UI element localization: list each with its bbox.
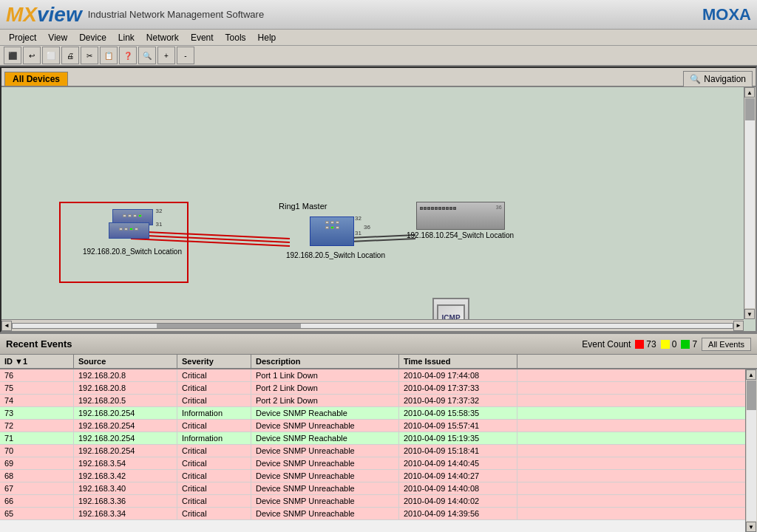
cell-time: 2010-04-09 15:18:41	[399, 445, 517, 457]
toolbar-btn-4[interactable]: 🖨	[61, 47, 79, 64]
table-row[interactable]: 66 192.168.3.36 Critical Device SNMP Unr…	[0, 495, 745, 508]
cell-severity: Critical	[177, 470, 251, 482]
table-row[interactable]: 70 192.168.20.254 Critical Device SNMP U…	[0, 445, 745, 457]
col-header-severity: Severity	[177, 355, 251, 368]
menu-link[interactable]: Link	[112, 31, 140, 44]
rows-container: 76 192.168.20.8 Critical Port 1 Link Dow…	[0, 369, 745, 520]
cell-description: Device SNMP Unreachable	[251, 508, 399, 519]
cell-source: 192.168.20.8	[74, 369, 177, 381]
toolbar-btn-3[interactable]: ⬜	[42, 47, 60, 64]
cell-id: 72	[0, 420, 74, 432]
cell-severity: Critical	[177, 495, 251, 507]
hscroll-thumb[interactable]	[157, 324, 301, 328]
cell-source: 192.168.3.36	[74, 495, 177, 507]
table-row[interactable]: 65 192.168.3.34 Critical Device SNMP Unr…	[0, 508, 745, 520]
toolbar-btn-7[interactable]: ❓	[119, 47, 137, 64]
network-vscroll[interactable]: ▲ ▼	[744, 87, 756, 319]
switch3-icon: 36	[416, 202, 505, 230]
vscroll-thumb[interactable]	[745, 98, 755, 120]
cell-severity: Information	[177, 407, 251, 419]
cell-time: 2010-04-09 17:37:33	[399, 382, 517, 394]
events-vscroll[interactable]: ▲ ▼	[745, 369, 757, 532]
cell-description: Device SNMP Unreachable	[251, 420, 399, 432]
toolbar-btn-9[interactable]: +	[157, 47, 175, 64]
green-count: 7	[692, 339, 697, 349]
icmp-icon: ICMP	[432, 298, 469, 319]
cell-source: 192.168.3.34	[74, 508, 177, 519]
device-switch2[interactable]: 32 31 36 192.168.20.5_Switch Location	[286, 216, 385, 259]
main-area: All Devices 🔍 Navigation	[0, 66, 757, 532]
device-switch3[interactable]: 36 192.168.10.254_Switch Locati	[407, 202, 514, 239]
menu-view[interactable]: View	[42, 31, 73, 44]
cell-source: 192.168.3.40	[74, 482, 177, 494]
table-row[interactable]: 76 192.168.20.8 Critical Port 1 Link Dow…	[0, 369, 745, 382]
table-row[interactable]: 72 192.168.20.254 Critical Device SNMP U…	[0, 420, 745, 432]
tab-all-devices[interactable]: All Devices	[4, 72, 68, 86]
app-logo: MXview Industrial Network Management Sof…	[6, 3, 264, 27]
events-vscroll-thumb[interactable]	[747, 381, 756, 410]
table-row[interactable]: 74 192.168.20.5 Critical Port 2 Link Dow…	[0, 395, 745, 407]
menu-event[interactable]: Event	[185, 31, 220, 44]
toolbar-btn-1[interactable]: ⬛	[4, 47, 21, 64]
events-table: ID ▼1 Source Severity Description Time I…	[0, 355, 757, 532]
cell-description: Device SNMP Unreachable	[251, 457, 399, 469]
cell-severity: Critical	[177, 508, 251, 519]
cell-description: Port 2 Link Down	[251, 395, 399, 406]
menu-device[interactable]: Device	[73, 31, 112, 44]
cell-id: 70	[0, 445, 74, 457]
table-row[interactable]: 73 192.168.20.254 Information Device SNM…	[0, 407, 745, 420]
cell-id: 69	[0, 457, 74, 469]
yellow-count: 0	[672, 339, 677, 349]
table-row[interactable]: 75 192.168.20.8 Critical Port 2 Link Dow…	[0, 382, 745, 395]
device-icmp[interactable]: ICMP 192.168.10.16_806	[419, 298, 483, 319]
all-events-button[interactable]: All Events	[702, 338, 751, 351]
vscroll-down[interactable]: ▼	[744, 309, 755, 319]
col-header-time: Time Issued	[399, 355, 517, 368]
vscroll-track	[745, 98, 755, 308]
mx-logo-text: MXview	[6, 3, 82, 27]
cell-id: 71	[0, 432, 74, 444]
cell-time: 2010-04-09 14:40:02	[399, 495, 517, 507]
menu-help[interactable]: Help	[252, 31, 282, 44]
network-hscroll[interactable]: ◄ ►	[1, 319, 744, 331]
switch2-label: 192.168.20.5_Switch Location	[286, 251, 385, 259]
cell-severity: Critical	[177, 382, 251, 394]
table-row[interactable]: 69 192.168.3.54 Critical Device SNMP Unr…	[0, 457, 745, 470]
col-header-id: ID ▼1	[0, 355, 74, 368]
cell-source: 192.168.20.254	[74, 407, 177, 419]
device-switch1[interactable]: 32 31 192.168.20.8_Switch Location	[83, 209, 182, 256]
table-row[interactable]: 67 192.168.3.40 Critical Device SNMP Unr…	[0, 482, 745, 495]
cell-source: 192.168.20.254	[74, 420, 177, 432]
cell-description: Port 1 Link Down	[251, 369, 399, 381]
app-subtitle: Industrial Network Management Software	[88, 9, 264, 20]
cell-severity: Critical	[177, 395, 251, 406]
navigation-button[interactable]: 🔍 Navigation	[683, 71, 753, 87]
menu-tools[interactable]: Tools	[220, 31, 252, 44]
cell-description: Device SNMP Unreachable	[251, 445, 399, 457]
table-row[interactable]: 71 192.168.20.254 Information Device SNM…	[0, 432, 745, 445]
events-header: Recent Events Event Count 73 0 7 All Eve…	[0, 334, 757, 355]
hscroll-right[interactable]: ►	[733, 321, 744, 331]
switch1-label: 192.168.20.8_Switch Location	[83, 248, 182, 256]
tab-bar: All Devices	[1, 68, 756, 87]
cell-time: 2010-04-09 14:40:08	[399, 482, 517, 494]
cell-description: Device SNMP Unreachable	[251, 482, 399, 494]
hscroll-left[interactable]: ◄	[1, 321, 12, 331]
table-row[interactable]: 68 192.168.3.42 Critical Device SNMP Unr…	[0, 470, 745, 482]
toolbar-btn-2[interactable]: ↩	[23, 47, 41, 64]
vscroll-up[interactable]: ▲	[744, 87, 755, 98]
col-header-source: Source	[74, 355, 177, 368]
cell-time: 2010-04-09 15:19:35	[399, 432, 517, 444]
menu-network[interactable]: Network	[140, 31, 185, 44]
cell-id: 68	[0, 470, 74, 482]
events-vscroll-down[interactable]: ▼	[746, 522, 756, 532]
toolbar-btn-10[interactable]: -	[177, 47, 194, 64]
ring1-master-label: Ring1 Master	[279, 202, 327, 211]
toolbar-btn-5[interactable]: ✂	[81, 47, 98, 64]
events-vscroll-up[interactable]: ▲	[746, 369, 756, 380]
cell-time: 2010-04-09 14:40:45	[399, 457, 517, 469]
toolbar-btn-8[interactable]: 🔍	[138, 47, 156, 64]
menu-project[interactable]: Project	[3, 31, 42, 44]
events-panel: Recent Events Event Count 73 0 7 All Eve…	[0, 332, 757, 532]
toolbar-btn-6[interactable]: 📋	[100, 47, 118, 64]
